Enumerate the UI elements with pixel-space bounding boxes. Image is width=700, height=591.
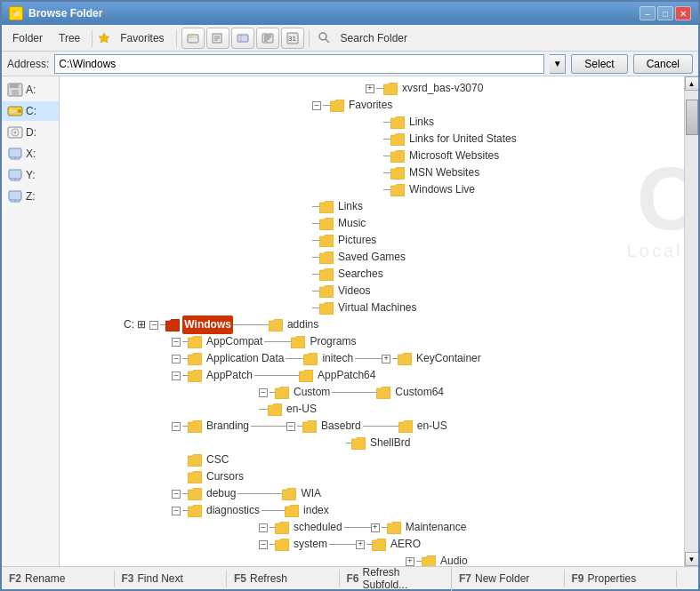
tree-area[interactable]: C. Local Disk + xvsrd_bas-v3070 –: [60, 76, 684, 566]
maximize-button[interactable]: □: [657, 6, 673, 20]
label-debug[interactable]: debug: [205, 484, 237, 503]
label-links-us[interactable]: Links for United States: [407, 130, 519, 148]
select-button[interactable]: Select: [571, 54, 627, 74]
scroll-down-button[interactable]: ▼: [685, 552, 699, 566]
toolbar-btn2[interactable]: [206, 28, 229, 49]
minimize-button[interactable]: –: [640, 6, 656, 20]
label-index[interactable]: index: [302, 501, 331, 520]
expand-windows[interactable]: –: [149, 321, 158, 330]
scroll-track[interactable]: [685, 91, 698, 552]
expand-system[interactable]: –: [259, 540, 268, 549]
label-keycontainer[interactable]: KeyContainer: [414, 349, 483, 368]
favorites-label[interactable]: Favorites: [113, 29, 171, 47]
toolbar-btn1[interactable]: [181, 28, 205, 49]
label-custom[interactable]: Custom: [292, 383, 332, 402]
label-videos[interactable]: Videos: [336, 282, 372, 300]
expand-xvsrd[interactable]: +: [366, 84, 374, 93]
expand-favorites[interactable]: –: [312, 101, 321, 110]
label-appdata[interactable]: Application Data: [205, 349, 286, 368]
label-ms-websites[interactable]: Microsoft Websites: [407, 147, 501, 165]
scroll-thumb[interactable]: [686, 100, 698, 135]
tree-row-wlive: Windows Live: [63, 181, 684, 198]
status-f7[interactable]: F7 New Folder: [452, 570, 565, 587]
drive-x[interactable]: X:: [2, 144, 59, 164]
status-f3[interactable]: F3 Find Next: [115, 570, 228, 587]
label-windows[interactable]: Windows: [182, 315, 233, 334]
label-wia[interactable]: WIA: [299, 484, 323, 503]
label-savedgames[interactable]: Saved Games: [336, 248, 407, 267]
expand-appcompat[interactable]: –: [172, 338, 181, 347]
label-vms[interactable]: Virtual Machines: [336, 299, 419, 317]
expand-keycontainer[interactable]: +: [382, 355, 390, 363]
label-msn[interactable]: MSN Websites: [407, 164, 481, 182]
label-enus-brd[interactable]: en-US: [415, 417, 449, 435]
label-maintenance[interactable]: Maintenance: [404, 518, 469, 537]
label-aero[interactable]: AERO: [389, 535, 422, 554]
toolbar-sep2: [309, 29, 310, 47]
tree-row-scheduled: – scheduled + Maintenance: [63, 519, 684, 536]
toolbar-btn3[interactable]: [231, 28, 254, 49]
expand-apppatch[interactable]: –: [172, 371, 181, 380]
scroll-up-button[interactable]: ▲: [685, 76, 699, 91]
window-icon: 📁: [9, 6, 23, 20]
label-cursors[interactable]: Cursors: [205, 467, 245, 486]
label-addins[interactable]: addins: [286, 315, 320, 334]
drive-c[interactable]: C:: [2, 101, 59, 121]
label-audio[interactable]: Audio: [439, 552, 470, 566]
label-pictures[interactable]: Pictures: [336, 231, 378, 250]
label-basebrd[interactable]: Basebrd: [319, 417, 363, 435]
expand-appdata[interactable]: –: [172, 355, 181, 363]
toolbar-btn5[interactable]: 31: [281, 28, 304, 49]
tree-row-favorites: – Favorites: [63, 97, 684, 114]
label-searches[interactable]: Searches: [336, 265, 385, 284]
label-apppatch64[interactable]: AppPatch64: [316, 366, 377, 385]
expand-aero[interactable]: +: [356, 540, 365, 549]
address-input[interactable]: [54, 54, 544, 74]
expand-audio[interactable]: +: [406, 557, 414, 566]
expand-custom[interactable]: –: [259, 388, 268, 397]
expand-debug[interactable]: –: [172, 490, 181, 499]
label-links2[interactable]: Links: [336, 197, 365, 216]
label-initech[interactable]: initech: [320, 349, 355, 368]
status-f9[interactable]: F9 Properties: [565, 570, 678, 587]
label-branding[interactable]: Branding: [205, 417, 251, 435]
label-wlive[interactable]: Windows Live: [407, 180, 477, 199]
expand-branding[interactable]: –: [172, 422, 181, 431]
vertical-scrollbar[interactable]: ▲ ▼: [684, 76, 698, 566]
drive-z[interactable]: Z:: [2, 187, 59, 206]
label-favorites[interactable]: Favorites: [347, 96, 394, 115]
status-f5[interactable]: F5 Refresh: [227, 570, 340, 587]
label-diagnostics[interactable]: diagnostics: [205, 501, 261, 520]
label-links-fav[interactable]: Links: [407, 113, 436, 132]
status-f6[interactable]: F6 Refresh Subfold...: [340, 563, 453, 592]
main-area: A: C: D: X:: [2, 76, 698, 566]
toolbar-btn4[interactable]: [256, 28, 279, 49]
drive-y[interactable]: Y:: [2, 165, 59, 185]
expand-maintenance[interactable]: +: [371, 523, 380, 532]
drive-d[interactable]: D:: [2, 123, 59, 142]
expand-diagnostics[interactable]: –: [172, 507, 181, 515]
menu-tree[interactable]: Tree: [52, 29, 87, 47]
label-apppatch[interactable]: AppPatch: [205, 366, 254, 385]
label-music[interactable]: Music: [336, 214, 367, 233]
address-dropdown-button[interactable]: ▼: [550, 54, 566, 74]
label-scheduled[interactable]: scheduled: [292, 518, 344, 537]
label-appcompat[interactable]: AppCompat: [205, 332, 264, 351]
close-button[interactable]: ✕: [675, 6, 691, 20]
hdd-icon: [7, 104, 23, 118]
label-enus-custom[interactable]: en-US: [285, 400, 318, 419]
label-csc[interactable]: CSC: [205, 451, 230, 469]
menu-folder[interactable]: Folder: [5, 29, 50, 47]
drive-a[interactable]: A:: [2, 80, 59, 100]
cancel-button[interactable]: Cancel: [633, 54, 693, 74]
label-programs[interactable]: Programs: [308, 332, 358, 351]
search-folder-label[interactable]: Search Folder: [334, 29, 414, 47]
label-custom64[interactable]: Custom64: [393, 383, 446, 402]
label-system[interactable]: system: [292, 535, 329, 554]
toolbar-sep1: [176, 29, 177, 47]
expand-scheduled[interactable]: –: [259, 523, 268, 532]
label-shellbrd[interactable]: ShellBrd: [368, 434, 412, 452]
label-xvsrd[interactable]: xvsrd_bas-v3070: [400, 79, 485, 98]
expand-basebrd[interactable]: –: [286, 422, 295, 431]
status-f2[interactable]: F2 Rename: [2, 570, 115, 587]
